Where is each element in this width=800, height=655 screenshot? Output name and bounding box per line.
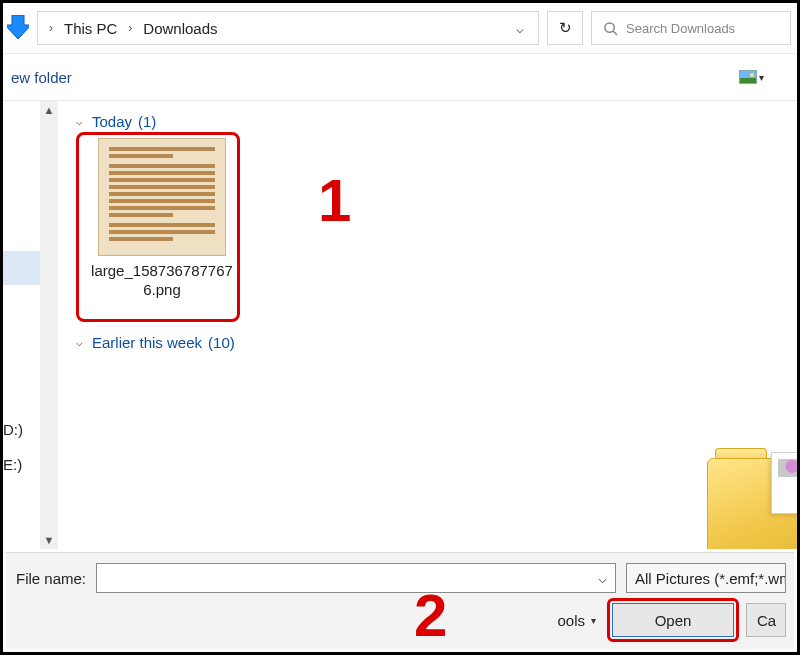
refresh-icon: ↻ <box>559 19 572 37</box>
group-header-earlier-week[interactable]: ⌵ Earlier this week (10) <box>72 330 787 359</box>
folder-icon[interactable] <box>707 458 797 549</box>
refresh-button[interactable]: ↻ <box>547 11 583 45</box>
file-name-input[interactable]: ⌵ <box>96 563 616 593</box>
navigation-pane[interactable]: D:) E:) ▲ ▼ <box>3 101 58 549</box>
group-name: Today <box>92 113 132 130</box>
cancel-button-label: Ca <box>757 612 776 629</box>
search-icon <box>602 20 618 36</box>
chevron-down-icon: ▾ <box>591 615 596 626</box>
group-header-today[interactable]: ⌵ Today (1) <box>72 109 787 138</box>
tree-selected-item[interactable] <box>3 251 40 285</box>
tree-drive-d[interactable]: D:) <box>3 421 23 438</box>
scroll-down-icon[interactable]: ▼ <box>40 531 58 549</box>
new-folder-button[interactable]: ew folder <box>5 65 78 90</box>
file-list[interactable]: ⌵ Today (1) large_1587367877676.png 1 ⌵ … <box>58 101 797 549</box>
svg-point-0 <box>604 22 613 31</box>
group-name: Earlier this week <box>92 334 202 351</box>
file-name-label: File name: <box>14 570 86 587</box>
gallery-icon <box>739 70 757 84</box>
svg-line-1 <box>613 31 617 35</box>
address-bar[interactable]: › This PC › Downloads ⌵ <box>37 11 539 45</box>
open-button-label: Open <box>655 612 692 629</box>
chevron-down-icon: ▾ <box>759 72 764 83</box>
tools-label: ools <box>557 612 585 629</box>
search-input[interactable]: Search Downloads <box>591 11 791 45</box>
change-view-button[interactable]: ▾ <box>735 63 767 91</box>
chevron-right-icon: › <box>44 21 58 35</box>
address-history-dropdown[interactable]: ⌵ <box>508 21 532 36</box>
group-count: (10) <box>208 334 235 351</box>
scroll-up-icon[interactable]: ▲ <box>40 101 58 119</box>
breadcrumb-downloads[interactable]: Downloads <box>137 18 223 39</box>
group-count: (1) <box>138 113 156 130</box>
down-arrow-icon <box>7 15 29 41</box>
dialog-footer: File name: ⌵ All Pictures (*.emf;*.wmf;*… <box>6 552 794 649</box>
chevron-right-icon: › <box>123 21 137 35</box>
chevron-down-icon: ⌵ <box>72 115 86 128</box>
chevron-down-icon: ⌵ <box>72 336 86 349</box>
tree-drive-e[interactable]: E:) <box>3 456 22 473</box>
tools-dropdown[interactable]: ools ▾ <box>557 612 600 629</box>
cancel-button[interactable]: Ca <box>746 603 786 637</box>
file-item[interactable]: large_1587367877676.png <box>82 138 242 300</box>
breadcrumb-this-pc[interactable]: This PC <box>58 18 123 39</box>
file-type-filter[interactable]: All Pictures (*.emf;*.wmf;*. <box>626 563 786 593</box>
search-placeholder: Search Downloads <box>626 21 735 36</box>
file-thumbnail <box>98 138 226 256</box>
tree-scrollbar[interactable]: ▲ ▼ <box>40 101 58 549</box>
file-name-label: large_1587367877676.png <box>82 262 242 300</box>
open-button[interactable]: Open <box>612 603 734 637</box>
filter-label: All Pictures (*.emf;*.wmf;*. <box>635 570 786 587</box>
chevron-down-icon[interactable]: ⌵ <box>598 569 607 587</box>
